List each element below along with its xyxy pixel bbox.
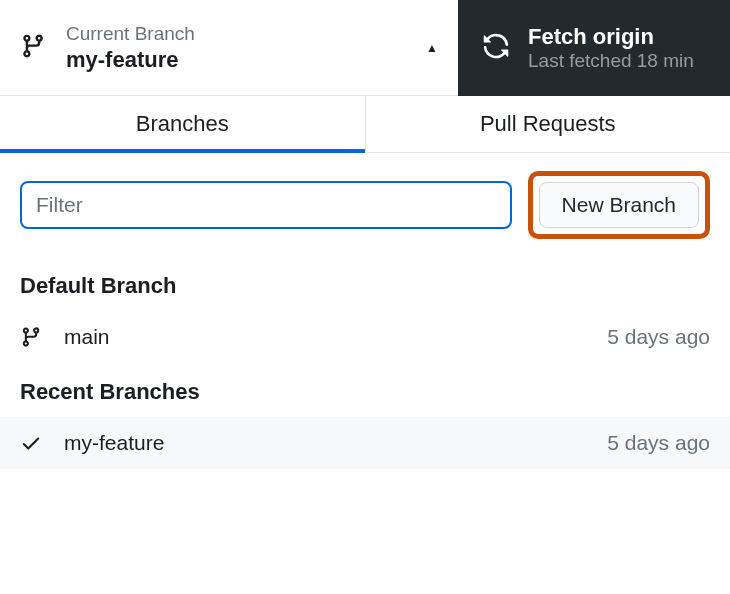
current-branch-name: my-feature bbox=[66, 47, 426, 73]
filter-input[interactable] bbox=[20, 181, 512, 229]
branch-time: 5 days ago bbox=[607, 431, 710, 455]
current-branch-selector[interactable]: Current Branch my-feature ▲ bbox=[0, 0, 458, 96]
tab-pull-requests[interactable]: Pull Requests bbox=[366, 96, 731, 152]
check-icon bbox=[20, 432, 44, 454]
branch-time: 5 days ago bbox=[607, 325, 710, 349]
default-branch-header: Default Branch bbox=[0, 257, 730, 311]
new-branch-button[interactable]: New Branch bbox=[539, 182, 699, 228]
sync-icon bbox=[482, 32, 510, 64]
git-branch-icon bbox=[20, 325, 44, 349]
fetch-origin-button[interactable]: Fetch origin Last fetched 18 min bbox=[458, 0, 730, 96]
fetch-origin-title: Fetch origin bbox=[528, 24, 694, 50]
chevron-up-icon: ▲ bbox=[426, 41, 438, 55]
branch-row-default[interactable]: main 5 days ago bbox=[0, 311, 730, 363]
git-branch-icon bbox=[20, 31, 46, 65]
branch-name: my-feature bbox=[64, 431, 607, 455]
fetch-origin-subtitle: Last fetched 18 min bbox=[528, 50, 694, 72]
tab-branches[interactable]: Branches bbox=[0, 96, 366, 152]
current-branch-label: Current Branch bbox=[66, 23, 426, 45]
branch-row-recent[interactable]: my-feature 5 days ago bbox=[0, 417, 730, 469]
branch-name: main bbox=[64, 325, 607, 349]
recent-branches-header: Recent Branches bbox=[0, 363, 730, 417]
new-branch-highlight: New Branch bbox=[528, 171, 710, 239]
